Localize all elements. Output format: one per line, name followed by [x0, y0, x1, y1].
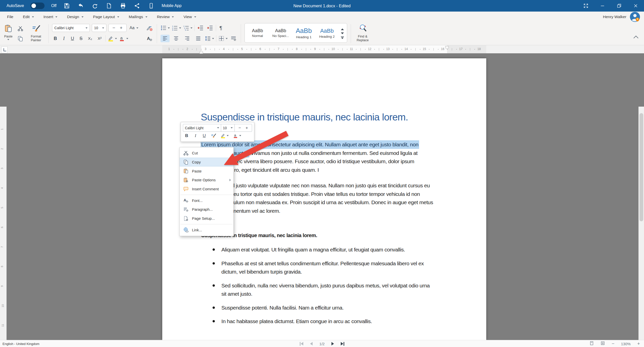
language-indicator[interactable]: English - United Kingdom: [3, 340, 39, 347]
tab-selector[interactable]: [1, 47, 8, 53]
ruler-number: 18: [477, 47, 482, 51]
context-menu-item-page-setup[interactable]: Page Setup...: [180, 214, 233, 223]
restore-button[interactable]: [611, 0, 627, 12]
find-replace-button[interactable]: Find & Replace: [354, 23, 371, 44]
fullscreen-button[interactable]: [578, 0, 594, 12]
autosave-toggle[interactable]: [30, 3, 45, 9]
font-size-select[interactable]: 10: [92, 24, 106, 32]
mobile-app-label[interactable]: Mobile App: [162, 4, 181, 8]
mini-italic-button[interactable]: I: [193, 133, 198, 138]
context-menu-item-insert-comment[interactable]: Insert Comment: [180, 185, 233, 194]
numbered-list-button[interactable]: 123: [172, 25, 181, 31]
underline-button[interactable]: U: [69, 36, 76, 41]
bullet-list-button[interactable]: [160, 25, 170, 31]
scrollbar-thumb[interactable]: [639, 113, 643, 221]
shrink-font-button[interactable]: −: [112, 25, 115, 31]
align-center-button[interactable]: [172, 35, 181, 42]
horizontal-ruler[interactable]: 123456789101112131415161718: [162, 45, 486, 53]
strikethrough-button[interactable]: S: [78, 36, 84, 41]
menu-mailings[interactable]: Mailings: [129, 15, 147, 19]
align-right-button[interactable]: [183, 35, 192, 42]
user-account[interactable]: Henry Walker: [603, 12, 640, 22]
previous-page-button[interactable]: [310, 342, 313, 345]
menu-insert[interactable]: Insert: [44, 15, 58, 19]
first-page-button[interactable]: [300, 342, 303, 346]
text-settings-button[interactable]: A: [146, 35, 153, 42]
styles-more-button[interactable]: [341, 36, 344, 39]
paste-button[interactable]: Paste: [3, 24, 14, 41]
mini-format-painter-button[interactable]: [211, 133, 216, 138]
zoom-out-button[interactable]: −: [612, 340, 614, 347]
vertical-ruler[interactable]: 12345678910111213: [0, 107, 7, 340]
print-button[interactable]: [119, 2, 127, 10]
zoom-in-button[interactable]: +: [637, 340, 640, 347]
mini-underline-button[interactable]: U: [202, 133, 207, 138]
font-name-select[interactable]: Calibri Light: [52, 24, 90, 32]
justify-button[interactable]: [194, 35, 203, 42]
bold-button[interactable]: B: [52, 36, 59, 41]
first-line-indent-marker[interactable]: [445, 46, 449, 49]
minimize-button[interactable]: [594, 0, 611, 12]
ruler-tick: [178, 48, 178, 51]
format-painter-button[interactable]: Format Painter: [27, 24, 45, 42]
styles-scroll-up[interactable]: [341, 28, 344, 30]
menu-view[interactable]: View: [183, 15, 196, 19]
mini-shrink-font-button[interactable]: −: [238, 125, 241, 131]
collapse-ribbon-button[interactable]: [633, 35, 639, 40]
mini-grow-font-button[interactable]: +: [246, 125, 248, 131]
print-layout-view-button[interactable]: [589, 341, 594, 346]
decrease-indent-button[interactable]: [197, 24, 204, 31]
undo-button[interactable]: [77, 2, 85, 10]
save-button[interactable]: [63, 2, 70, 10]
mini-font-name-select[interactable]: Calibri Light: [183, 124, 221, 132]
zoom-level[interactable]: 130%: [621, 342, 631, 346]
change-case-button[interactable]: Aa: [129, 26, 139, 30]
context-menu-item-link[interactable]: Link...: [180, 226, 233, 235]
new-document-button[interactable]: [105, 2, 113, 10]
ruler-tick: [360, 48, 361, 51]
context-menu-item-paste-options[interactable]: Paste Options: [180, 176, 233, 185]
share-button[interactable]: [133, 2, 141, 10]
styles-scroll-down[interactable]: [341, 32, 344, 34]
chevron-down-icon: [126, 38, 128, 39]
highlight-color-button[interactable]: [108, 35, 117, 41]
clear-formatting-button[interactable]: [146, 25, 153, 32]
style-no-spacing[interactable]: AaBbNo Spaci...: [270, 28, 292, 38]
web-layout-view-button[interactable]: [600, 341, 605, 346]
menu-review[interactable]: Review: [157, 15, 174, 19]
font-color-button[interactable]: a: [119, 35, 128, 41]
context-menu-item-paragraph[interactable]: Paragraph...: [180, 205, 233, 214]
copy-icon: [17, 36, 23, 42]
last-page-button[interactable]: [341, 342, 344, 346]
line-spacing-button[interactable]: [205, 35, 214, 41]
menu-design[interactable]: Design: [67, 15, 83, 19]
ruler-number: 3: [1, 168, 4, 169]
style-heading-1[interactable]: AaBbHeading 1: [293, 27, 315, 39]
menu-file[interactable]: File: [7, 15, 13, 19]
font-icon: A: [183, 198, 189, 203]
vertical-scrollbar[interactable]: [638, 107, 644, 340]
context-menu-item-font[interactable]: AFont...: [180, 196, 233, 205]
italic-button[interactable]: I: [61, 36, 67, 41]
redo-button[interactable]: [91, 2, 99, 10]
multilevel-list-button[interactable]: 123: [183, 25, 192, 31]
next-page-button[interactable]: [331, 342, 334, 345]
style-heading-2[interactable]: AaBbHeading 2: [316, 28, 338, 38]
align-left-button[interactable]: [160, 35, 170, 42]
superscript-button[interactable]: X²: [96, 36, 103, 41]
font-group: Calibri Light 10 −+ Aa B I U S X₂ X² a: [52, 23, 153, 44]
close-button[interactable]: [627, 0, 644, 12]
show-formatting-button[interactable]: ¶: [218, 25, 224, 31]
style-normal[interactable]: AaBbNormal: [247, 28, 268, 38]
subscript-button[interactable]: X₂: [86, 36, 94, 41]
increase-indent-button[interactable]: [206, 24, 214, 31]
cut-button[interactable]: [17, 25, 24, 32]
menu-edit[interactable]: Edit: [23, 15, 34, 19]
grow-font-button[interactable]: +: [120, 25, 123, 31]
list-settings-button[interactable]: [230, 35, 237, 42]
borders-button[interactable]: [218, 35, 228, 41]
left-indent-marker[interactable]: [199, 51, 203, 54]
copy-button[interactable]: [17, 35, 24, 42]
menu-page-layout[interactable]: Page Layout: [93, 15, 119, 19]
mini-bold-button[interactable]: B: [184, 133, 189, 138]
